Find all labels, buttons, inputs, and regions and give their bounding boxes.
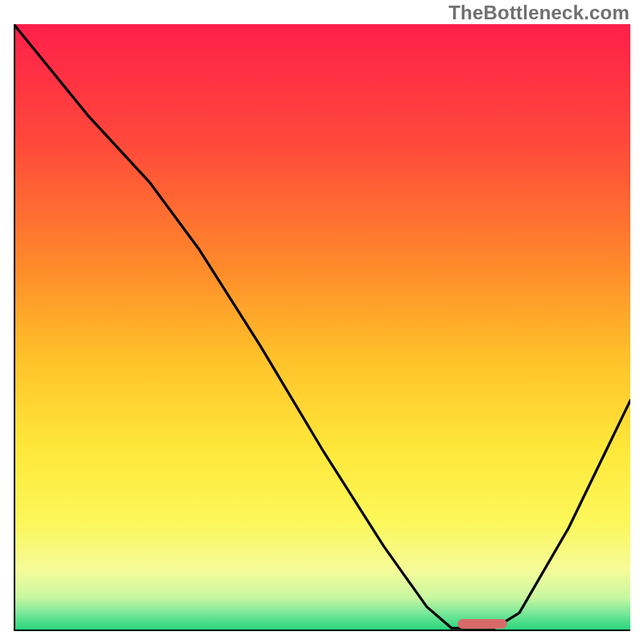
watermark-text: TheBottleneck.com xyxy=(448,2,630,24)
chart-svg xyxy=(14,24,630,631)
sweet-spot-marker xyxy=(458,619,507,629)
plot-area xyxy=(14,24,630,631)
chart-container: TheBottleneck.com xyxy=(0,0,644,644)
gradient-background xyxy=(14,24,630,631)
